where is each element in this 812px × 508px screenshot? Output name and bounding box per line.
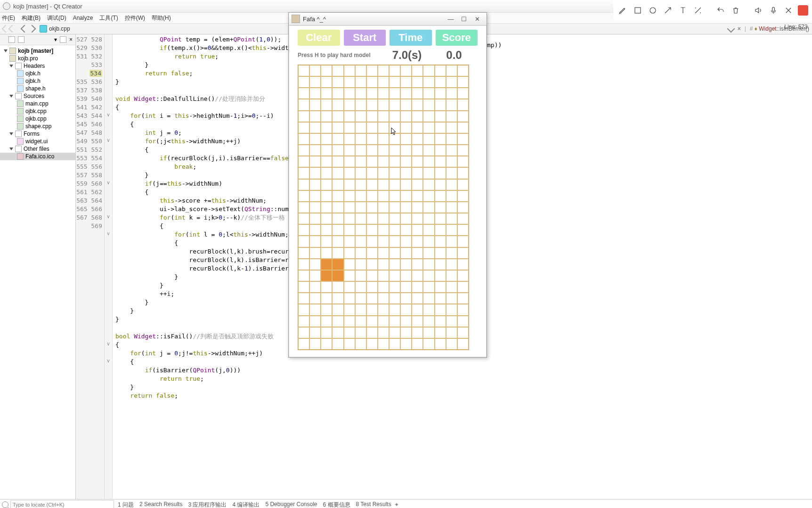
output-tab-3[interactable]: 4 编译输出 [232, 501, 260, 508]
tree-headers[interactable]: Headers [0, 62, 75, 70]
minimize-icon[interactable]: — [444, 15, 457, 23]
circle-icon[interactable] [647, 5, 658, 16]
sidebar-close-icon[interactable]: × [69, 36, 73, 43]
grid-cell [298, 122, 309, 133]
app-title: kojb [master] - Qt Creator [13, 3, 82, 10]
close-file-icon[interactable]: × [738, 25, 741, 32]
wand-icon[interactable] [692, 5, 704, 16]
sidebar-tool1-icon[interactable] [8, 36, 15, 43]
speaker-icon[interactable] [753, 5, 764, 16]
text-icon[interactable] [677, 5, 689, 16]
tree-s3[interactable]: ojkb.cpp [0, 115, 75, 123]
pencil-icon[interactable] [617, 5, 628, 16]
output-tab-6[interactable]: 8 Test Results [356, 501, 391, 508]
square-icon[interactable] [632, 5, 643, 16]
output-tab-5[interactable]: 6 概要信息 [323, 501, 350, 508]
start-button[interactable]: Start [344, 30, 386, 46]
grid-cell [457, 167, 469, 179]
grid-cell [435, 133, 446, 145]
grid-cell [423, 236, 434, 247]
grid-cell [423, 293, 434, 304]
trash-icon[interactable] [730, 5, 741, 16]
grid-cell [412, 293, 423, 304]
tree-h2[interactable]: ojbk.h [0, 77, 75, 85]
menu-file[interactable]: 件(E) [2, 14, 15, 22]
grid-cell [457, 133, 469, 145]
grid-cell [366, 338, 378, 350]
tree-sources[interactable]: Sources [0, 92, 75, 100]
grid-cell [332, 133, 343, 145]
grid-cell [298, 145, 309, 156]
tree-pro-file[interactable]: kojb.pro [0, 55, 75, 62]
menu-help[interactable]: 帮助(H) [152, 14, 171, 22]
game-grid[interactable] [298, 65, 469, 350]
record-icon[interactable] [798, 5, 808, 16]
output-more-icon[interactable]: ✦ [394, 501, 399, 508]
tree-other[interactable]: Other files [0, 145, 75, 153]
grid-cell [400, 259, 412, 270]
grid-cell [446, 122, 457, 133]
grid-cell [423, 316, 434, 327]
grid-cell [435, 65, 446, 76]
file-dropdown-icon[interactable] [727, 25, 735, 33]
grid-cell [321, 338, 332, 350]
mic-icon[interactable] [768, 5, 779, 16]
grid-cell [332, 202, 343, 213]
grid-cell [332, 293, 343, 304]
sidebar-tool2-icon[interactable] [18, 36, 24, 43]
grid-cell [423, 259, 434, 270]
close-icon[interactable]: ✕ [471, 15, 484, 23]
output-tab-2[interactable]: 3 应用程序输出 [188, 501, 227, 508]
grid-cell [332, 99, 343, 110]
grid-cell [321, 293, 332, 304]
grid-cell [446, 259, 457, 270]
maximize-icon[interactable]: ☐ [457, 15, 471, 23]
clear-button[interactable]: Clear [298, 30, 340, 46]
grid-cell [400, 99, 412, 110]
menu-window[interactable]: 控件(W) [125, 14, 145, 22]
grid-cell [366, 122, 378, 133]
arrow-icon[interactable] [662, 5, 674, 16]
tree-forms[interactable]: Forms [0, 130, 75, 138]
close-x-icon[interactable] [783, 5, 794, 16]
tree-s1[interactable]: main.cpp [0, 100, 75, 107]
grid-cell [412, 202, 423, 213]
fold-gutter[interactable]: vvvvvvv [105, 34, 113, 499]
grid-cell [321, 304, 332, 315]
grid-cell [332, 179, 343, 190]
grid-cell [309, 247, 321, 259]
history-fwd-icon[interactable] [28, 25, 36, 33]
tree-root[interactable]: kojb [master] [0, 47, 75, 55]
tree-o1[interactable]: Fafa.ico.ico [0, 153, 75, 160]
nav-back2-icon[interactable] [8, 25, 16, 33]
grid-cell [423, 213, 434, 224]
menu-tools[interactable]: 工具(T) [99, 14, 118, 22]
grid-cell [366, 133, 378, 145]
open-filename[interactable]: okjb.cpp [49, 25, 70, 32]
grid-cell [344, 133, 355, 145]
tree-s2[interactable]: ojbk.cpp [0, 107, 75, 115]
sidebar-split-icon[interactable] [60, 36, 66, 43]
output-tab-0[interactable]: 1 问题 [118, 501, 134, 508]
grid-cell [435, 76, 446, 88]
history-back-icon[interactable] [21, 25, 29, 33]
grid-cell [400, 327, 412, 338]
tree-f1[interactable]: widget.ui [0, 138, 75, 145]
menu-analyze[interactable]: Analyze [73, 15, 93, 21]
output-tab-1[interactable]: 2 Search Results [139, 501, 182, 508]
menu-build[interactable]: 构建(B) [22, 14, 41, 22]
locator-input[interactable] [10, 500, 114, 508]
grid-cell [378, 213, 389, 224]
grid-cell [355, 65, 366, 76]
grid-cell [457, 236, 469, 247]
sidebar-filter-icon[interactable]: ▾ [54, 36, 57, 43]
tree-h1[interactable]: ojbk.h [0, 70, 75, 77]
output-tab-4[interactable]: 5 Debugger Console [265, 501, 317, 508]
undo-icon[interactable] [715, 5, 726, 16]
grid-cell [457, 213, 469, 224]
tree-s4[interactable]: shape.cpp [0, 123, 75, 130]
game-titlebar[interactable]: Fafa ^_^ — ☐ ✕ [289, 13, 487, 25]
grid-cell [321, 281, 332, 293]
menu-debug[interactable]: 调试(D) [47, 14, 66, 22]
tree-h3[interactable]: shape.h [0, 85, 75, 92]
